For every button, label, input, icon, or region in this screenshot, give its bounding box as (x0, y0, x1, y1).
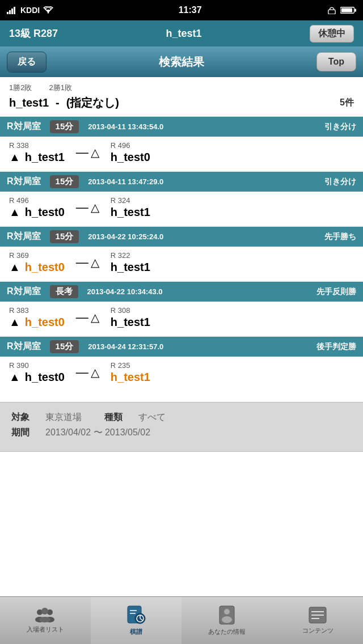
gote-rating: R 322 (111, 251, 130, 260)
gote-player: R 496 h_test0 (111, 141, 150, 164)
search-separator: - (56, 96, 60, 109)
sente-rating: R 390 (9, 361, 29, 370)
game-body-2: R 369 ▲ h_test0 ― △ R 322 h_test1 (0, 247, 363, 281)
svg-point-24 (222, 616, 232, 623)
back-button[interactable]: 戻る (7, 52, 47, 73)
game-result: 先手反則勝 (316, 287, 356, 297)
game-body-0: R 338 ▲ h_test1 ― △ R 496 h_test0 (0, 137, 363, 171)
svg-rect-0 (7, 12, 9, 14)
game-separator: ― △ (65, 255, 111, 270)
info-bar: 13級 R287 h_test1 休憩中 (0, 20, 363, 46)
game-result: 後手判定勝 (316, 342, 356, 352)
game-entry-2[interactable]: R対局室 15分 2013-04-22 10:25:24.0 先手勝ち R 36… (0, 227, 363, 281)
page-title: 検索結果 (159, 54, 204, 70)
search-players: h_test1 - (指定なし) 5件 (9, 95, 354, 111)
profile-icon (218, 605, 235, 625)
game-date: 2013-04-11 13:47:29.0 (88, 177, 315, 186)
signal-icon (7, 6, 17, 14)
game-separator: ― △ (65, 145, 111, 160)
status-bar: KDDI 11:37 (0, 0, 363, 20)
gote-player: R 322 h_test1 (111, 251, 150, 274)
gote-name: h_test1 (111, 316, 150, 329)
game-body-3: R 383 ▲ h_test0 ― △ R 308 h_test1 (0, 302, 363, 336)
sente-triangle: ▲ (9, 206, 20, 219)
game-time: 15分 (50, 175, 79, 188)
game-header-3: R対局室 長考 2013-04-22 10:34:43.0 先手反則勝 (0, 282, 363, 302)
game-room: R対局室 (7, 286, 41, 298)
tab-bar: 入場者リスト 棋譜 あなたの情報 コンテンツ (0, 596, 363, 644)
svg-rect-1 (9, 10, 11, 14)
sente-player: R 383 ▲ h_test0 (9, 306, 65, 329)
game-entry-4[interactable]: R対局室 15分 2013-04-24 12:31:57.0 後手判定勝 R 3… (0, 337, 363, 391)
game-date: 2013-04-11 13:43:54.0 (88, 122, 315, 131)
sente-rating: R 496 (9, 196, 29, 205)
game-room: R対局室 (7, 176, 41, 188)
sente-name: h_test0 (25, 316, 65, 329)
top-button[interactable]: Top (316, 52, 356, 71)
tab-members-label: 入場者リスト (27, 625, 64, 634)
tab-kifu-label: 棋譜 (130, 628, 142, 636)
filter-target-value: 東京道場 (45, 412, 82, 423)
game-time: 長考 (50, 285, 78, 298)
gote-rating: R 496 (111, 141, 130, 150)
game-room: R対局室 (7, 231, 41, 243)
filter-period-label: 期間 (11, 427, 45, 439)
sente-triangle: ▲ (9, 261, 20, 274)
sente-triangle: ▲ (9, 151, 20, 164)
game-body-4: R 390 ▲ h_test0 ― △ R 235 h_test1 (0, 357, 363, 391)
svg-rect-3 (14, 7, 15, 14)
svg-rect-7 (341, 9, 352, 12)
gote-player: R 235 h_test1 (111, 361, 150, 384)
gote-name: h_test1 (111, 261, 150, 274)
carrier-label: KDDI (20, 6, 40, 15)
sente-player: R 338 ▲ h_test1 (9, 141, 65, 164)
game-result: 引き分け (324, 177, 356, 187)
filter-period-row: 期間 2013/04/02 〜 2013/05/02 (11, 427, 352, 439)
svg-point-4 (48, 12, 49, 14)
sente-name: h_test0 (25, 206, 65, 219)
game-entry-0[interactable]: R対局室 15分 2013-04-11 13:43:54.0 引き分け R 33… (0, 117, 363, 171)
game-entry-1[interactable]: R対局室 15分 2013-04-11 13:47:29.0 引き分け R 49… (0, 172, 363, 226)
search-stats: 1勝2敗 2勝1敗 (9, 83, 354, 93)
gote-name: h_test0 (111, 151, 150, 164)
game-result: 引き分け (324, 122, 356, 132)
sente-name: h_test0 (25, 371, 65, 384)
tab-myinfo[interactable]: あなたの情報 (182, 597, 272, 644)
game-separator: ― △ (65, 310, 111, 325)
gote-rating: R 324 (111, 196, 130, 205)
tab-kifu[interactable]: 棋譜 (91, 597, 182, 644)
tab-members[interactable]: 入場者リスト (0, 597, 91, 644)
svg-point-13 (41, 608, 48, 615)
player1-record: 1勝2敗 (9, 83, 32, 93)
game-time: 15分 (50, 230, 79, 243)
game-date: 2013-04-22 10:25:24.0 (88, 232, 315, 241)
gote-name: h_test1 (111, 206, 150, 219)
player2-record: 2勝1敗 (49, 83, 71, 93)
status-badge: 休憩中 (310, 25, 354, 43)
game-body-1: R 496 ▲ h_test0 ― △ R 324 h_test1 (0, 192, 363, 226)
svg-point-23 (224, 609, 230, 615)
filter-section: 対象 東京道場 種類 すべて 期間 2013/04/02 〜 2013/05/0… (0, 402, 363, 452)
game-header-2: R対局室 15分 2013-04-22 10:25:24.0 先手勝ち (0, 227, 363, 247)
game-entry-3[interactable]: R対局室 長考 2013-04-22 10:34:43.0 先手反則勝 R 38… (0, 282, 363, 336)
game-header-1: R対局室 15分 2013-04-11 13:47:29.0 引き分け (0, 172, 363, 192)
sente-rating: R 383 (9, 306, 29, 315)
tab-content[interactable]: コンテンツ (272, 597, 363, 644)
sente-name: h_test1 (25, 151, 65, 164)
search-player2: (指定なし) (66, 95, 119, 111)
sente-triangle: ▲ (9, 316, 20, 329)
game-separator: ― △ (65, 200, 111, 215)
tab-myinfo-label: あなたの情報 (208, 628, 246, 636)
sente-rating: R 338 (9, 141, 29, 150)
filter-type-label: 種類 (104, 412, 138, 423)
sente-rating: R 369 (9, 251, 29, 260)
game-separator: ― △ (65, 365, 111, 380)
sente-triangle: ▲ (9, 371, 20, 384)
sente-player: R 390 ▲ h_test0 (9, 361, 65, 384)
gote-rating: R 308 (111, 306, 130, 315)
filter-type-value: すべて (138, 412, 166, 423)
tab-content-label: コンテンツ (302, 626, 334, 635)
kifu-icon (126, 605, 146, 625)
status-time: 11:37 (179, 5, 202, 15)
filter-target-label: 対象 (11, 412, 45, 423)
